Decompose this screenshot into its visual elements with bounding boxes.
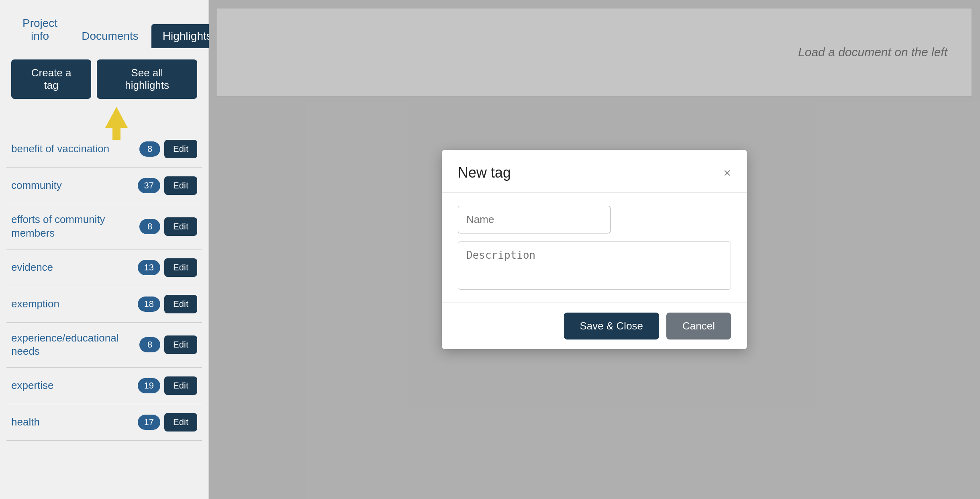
tag-name: benefit of vaccination — [11, 142, 135, 156]
modal-body — [442, 193, 747, 303]
edit-button[interactable]: Edit — [164, 376, 197, 395]
tag-row: health 17 Edit — [6, 404, 202, 441]
modal-title: New tag — [458, 164, 511, 181]
tag-name: expertise — [11, 379, 134, 393]
edit-button[interactable]: Edit — [164, 335, 197, 354]
tag-list: benefit of vaccination 8 Edit community … — [0, 131, 208, 499]
modal-footer: Save & Close Cancel — [442, 303, 747, 349]
tag-name: exemption — [11, 297, 134, 311]
tag-count: 8 — [139, 219, 160, 234]
edit-button[interactable]: Edit — [164, 295, 197, 313]
tag-row: experience/educational needs 8 Edit — [6, 323, 202, 368]
tag-description-input[interactable] — [458, 241, 731, 290]
tag-name-input[interactable] — [458, 206, 610, 233]
tag-name: efforts of community members — [11, 213, 135, 240]
action-buttons: Create a tag See all highlights — [0, 48, 208, 107]
tag-count: 13 — [138, 260, 160, 275]
right-panel: Load a document on the left New tag × Sa… — [209, 0, 980, 499]
edit-button[interactable]: Edit — [164, 258, 197, 277]
edit-button[interactable]: Edit — [164, 217, 197, 236]
tag-count: 37 — [138, 178, 160, 193]
new-tag-modal: New tag × Save & Close Cancel — [442, 150, 747, 349]
modal-header: New tag × — [442, 150, 747, 193]
save-close-button[interactable]: Save & Close — [564, 313, 659, 339]
tag-row: exemption 18 Edit — [6, 286, 202, 323]
tag-name: experience/educational needs — [11, 331, 135, 359]
cancel-button[interactable]: Cancel — [666, 313, 731, 339]
tag-name: evidence — [11, 261, 134, 274]
tag-count: 8 — [139, 337, 160, 352]
tag-row: evidence 13 Edit — [6, 250, 202, 286]
edit-button[interactable]: Edit — [164, 176, 197, 195]
edit-button[interactable]: Edit — [164, 413, 197, 432]
tab-documents[interactable]: Documents — [70, 24, 150, 48]
tag-row: efforts of community members 8 Edit — [6, 204, 202, 250]
tab-project-info[interactable]: Project info — [11, 11, 69, 48]
tag-name: health — [11, 415, 134, 429]
create-tag-button[interactable]: Create a tag — [11, 59, 91, 99]
edit-button[interactable]: Edit — [164, 140, 197, 158]
tab-bar: Project info Documents Highlights — [0, 0, 208, 48]
tag-row: benefit of vaccination 8 Edit — [6, 131, 202, 168]
modal-overlay: New tag × Save & Close Cancel — [209, 0, 980, 499]
tag-count: 8 — [139, 141, 160, 157]
tag-row: community 37 Edit — [6, 168, 202, 204]
tag-row: expertise 19 Edit — [6, 368, 202, 404]
tag-count: 19 — [138, 378, 160, 393]
tag-count: 17 — [138, 415, 160, 430]
see-all-highlights-button[interactable]: See all highlights — [97, 59, 197, 99]
up-arrow-icon — [105, 107, 128, 128]
modal-close-button[interactable]: × — [723, 166, 731, 179]
tag-count: 18 — [138, 297, 160, 312]
left-panel: Project info Documents Highlights Create… — [0, 0, 209, 499]
arrow-indicator — [0, 107, 208, 128]
tag-name: community — [11, 179, 134, 192]
